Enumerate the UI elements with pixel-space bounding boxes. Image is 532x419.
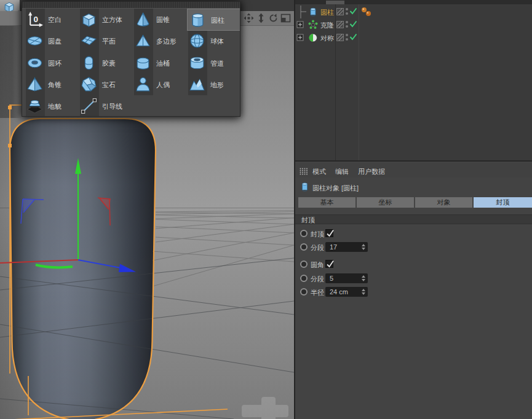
menu-item-null-axis[interactable]: 0空白 bbox=[25, 9, 79, 31]
menu-item-pyramid[interactable]: 角锥 bbox=[25, 74, 79, 96]
menu-item-torus[interactable]: 圆环 bbox=[25, 52, 79, 74]
attribute-title: 圆柱对象 [圆柱] bbox=[312, 184, 359, 193]
key-circle-icon[interactable] bbox=[300, 288, 308, 296]
menu-item-disc[interactable]: 圆盘 bbox=[25, 30, 79, 52]
attr-row-fillet: 圆角 bbox=[295, 260, 532, 270]
object-label[interactable]: 克隆 bbox=[320, 21, 334, 30]
cylinder-icon bbox=[301, 182, 309, 192]
attribute-manager: 模式 编辑 用户数据 圆柱对象 [圆柱] 基本 坐标 对象 封顶 封顶 封顶 分… bbox=[295, 160, 532, 419]
enable-check[interactable] bbox=[349, 33, 357, 41]
attribute-menubar: 模式 编辑 用户数据 bbox=[295, 163, 532, 178]
key-circle-icon[interactable] bbox=[300, 275, 308, 282]
attr-row-fillet-segments: 分段 5 bbox=[295, 274, 532, 284]
cone-icon bbox=[135, 11, 151, 28]
fillet-checkbox[interactable] bbox=[325, 260, 333, 268]
cylinder-icon bbox=[308, 7, 318, 17]
menu-item-polygon[interactable]: 多边形 bbox=[133, 30, 187, 52]
tree-branch bbox=[295, 6, 308, 18]
menu-item-landscape[interactable]: 地形 bbox=[187, 74, 240, 96]
expander-plus[interactable] bbox=[295, 18, 308, 31]
viewport-3d[interactable]: 0空白圆盘圆环角锥地貌立方体平面胶囊宝石引导线圆锥多边形油桶人偶圆柱球体管道地形 bbox=[0, 0, 294, 419]
menu-item-guide[interactable]: 引导线 bbox=[79, 95, 133, 117]
fillet-segments-input[interactable]: 5 bbox=[325, 273, 368, 283]
pyramid-icon bbox=[26, 76, 43, 93]
visibility-dots[interactable] bbox=[345, 34, 348, 42]
menu-drag-grip[interactable] bbox=[22, 2, 240, 9]
tab-basic[interactable]: 基本 bbox=[298, 197, 355, 208]
visibility-dots[interactable] bbox=[345, 8, 348, 16]
menu-item-cone[interactable]: 圆锥 bbox=[133, 9, 187, 31]
object-manager-header bbox=[295, 0, 532, 4]
capsule-icon bbox=[81, 55, 97, 71]
expander-plus[interactable] bbox=[295, 31, 308, 44]
menu-item-oiltank[interactable]: 油桶 bbox=[133, 52, 187, 74]
menu-item-plane[interactable]: 平面 bbox=[79, 30, 133, 52]
null-axis-icon: 0 bbox=[26, 11, 43, 28]
spinner[interactable] bbox=[362, 275, 366, 281]
right-panel: 圆柱 克隆 对称 bbox=[294, 0, 532, 419]
primitive-menu-popup: 0空白圆盘圆环角锥地貌立方体平面胶囊宝石引导线圆锥多边形油桶人偶圆柱球体管道地形 bbox=[22, 1, 240, 117]
display-tag[interactable] bbox=[336, 21, 344, 28]
object-row-symmetry[interactable]: 对称 bbox=[295, 31, 532, 44]
spinner[interactable] bbox=[362, 289, 366, 295]
rotate-icon[interactable] bbox=[268, 13, 279, 23]
menu-item-cube[interactable]: 立方体 bbox=[79, 9, 133, 31]
menu-mode[interactable]: 模式 bbox=[312, 167, 326, 176]
enable-check[interactable] bbox=[349, 20, 357, 28]
enable-check[interactable] bbox=[349, 7, 357, 15]
polygon-icon bbox=[135, 33, 151, 49]
figure-icon bbox=[135, 76, 151, 93]
tab-object[interactable]: 对象 bbox=[415, 197, 472, 208]
attr-row-segments-cap: 分段 17 bbox=[295, 243, 532, 253]
attribute-title-row: 圆柱对象 [圆柱] bbox=[295, 180, 532, 195]
cylinder-icon bbox=[189, 12, 206, 28]
symmetry-icon bbox=[308, 33, 318, 43]
key-circle-icon[interactable] bbox=[300, 230, 308, 237]
plane-icon bbox=[81, 33, 97, 49]
menu-item-tube[interactable]: 管道 bbox=[187, 52, 240, 74]
dolly-icon[interactable] bbox=[256, 13, 266, 23]
attr-row-caps: 封顶 bbox=[295, 229, 532, 240]
tab-caps[interactable]: 封顶 bbox=[474, 197, 532, 208]
menu-item-capsule[interactable]: 胶囊 bbox=[79, 52, 133, 74]
visibility-dots[interactable] bbox=[345, 21, 348, 29]
guide-icon bbox=[81, 98, 97, 114]
menu-item-relief[interactable]: 地貌 bbox=[25, 95, 79, 117]
disc-icon bbox=[26, 33, 43, 49]
object-manager: 圆柱 克隆 对称 bbox=[295, 0, 532, 160]
frame-icon[interactable] bbox=[280, 13, 291, 23]
spinner[interactable] bbox=[362, 244, 366, 250]
relief-icon bbox=[26, 98, 43, 114]
orange-tag-dots[interactable] bbox=[361, 7, 373, 17]
menu-grip-icon[interactable] bbox=[300, 168, 308, 175]
key-circle-icon[interactable] bbox=[300, 260, 308, 268]
landscape-icon bbox=[189, 76, 205, 93]
caps-checkbox[interactable] bbox=[325, 229, 333, 237]
oiltank-icon bbox=[135, 55, 151, 71]
cube-icon bbox=[81, 11, 97, 28]
object-label[interactable]: 对称 bbox=[320, 34, 334, 43]
display-tag[interactable] bbox=[336, 8, 344, 15]
tab-coordinates[interactable]: 坐标 bbox=[357, 197, 414, 208]
menu-userdata[interactable]: 用户数据 bbox=[358, 167, 385, 176]
menu-item-cylinder[interactable]: 圆柱 bbox=[187, 9, 240, 31]
menu-item-sphere[interactable]: 球体 bbox=[187, 30, 240, 52]
segments-input[interactable]: 17 bbox=[325, 242, 368, 252]
menu-item-gem[interactable]: 宝石 bbox=[79, 74, 133, 96]
object-row-cylinder[interactable]: 圆柱 bbox=[295, 6, 532, 18]
radius-input[interactable]: 24 cm bbox=[325, 287, 368, 297]
display-tag[interactable] bbox=[336, 34, 344, 41]
sphere-icon bbox=[189, 33, 205, 49]
key-circle-icon[interactable] bbox=[300, 243, 308, 251]
menu-edit[interactable]: 编辑 bbox=[335, 167, 349, 176]
object-row-cloner[interactable]: 克隆 bbox=[295, 18, 532, 31]
pan-icon[interactable] bbox=[244, 13, 254, 23]
torus-icon bbox=[26, 55, 43, 71]
attribute-tabs: 基本 坐标 对象 封顶 bbox=[295, 197, 532, 208]
section-header-caps[interactable]: 封顶 bbox=[295, 214, 532, 224]
attr-row-radius: 半径 24 cm bbox=[295, 288, 532, 298]
tube-icon bbox=[189, 55, 205, 71]
object-label[interactable]: 圆柱 bbox=[320, 8, 334, 17]
menu-item-figure[interactable]: 人偶 bbox=[133, 74, 187, 96]
gem-icon bbox=[81, 76, 97, 93]
